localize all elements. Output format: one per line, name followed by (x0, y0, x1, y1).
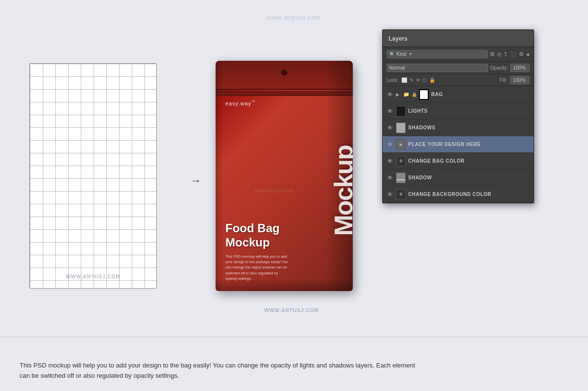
main-area: WWW.ANYUSJ.COM → easy.way™ www.anyusj.co… (15, 29, 573, 332)
lock-icons: ⬜ ✎ ✛ ⬡ 🔒 (401, 77, 435, 83)
bag-title-area: Food BagMockup This PSD mockup will help… (225, 221, 323, 281)
watermark-bag-bottom: WWW.ANYUSJ.COM (264, 308, 318, 313)
fill-value[interactable]: 100% (510, 76, 530, 84)
lock-position-icon[interactable]: ✛ (416, 77, 420, 83)
layer-expand-icon[interactable]: ▶ (396, 92, 401, 97)
bag-hole (281, 70, 287, 75)
grid-bag: WWW.ANYUSJ.COM (29, 63, 157, 289)
layer-thumbnail: 🖥 (396, 156, 406, 167)
layer-row[interactable]: 👁🖥CHANGE BACKGROUND COLOR (383, 186, 534, 203)
lock-draw-icon[interactable]: ✎ (410, 77, 414, 83)
layers-mode-row: Normal Opacity: 100% (383, 62, 534, 74)
bag-watermark: www.anyusj.com (225, 188, 323, 193)
layer-row[interactable]: 👁SHADOW (383, 170, 534, 186)
layer-visibility-icon[interactable]: 👁 (387, 91, 393, 98)
smart-icon[interactable]: ⚙ (519, 51, 524, 57)
layer-name-label: LIGHTS (408, 108, 530, 114)
layers-toolbar: 🔍 Kind ▼ ⊞ ◎ T ⬛ ⚙ ● (383, 47, 534, 62)
layers-header: Layers (383, 30, 534, 47)
layer-thumbnail (419, 89, 429, 100)
layer-name-label: CHANGE BAG COLOR (408, 158, 530, 164)
layers-panel: Layers 🔍 Kind ▼ ⊞ ◎ T ⬛ ⚙ ● Normal Opaci… (382, 29, 534, 203)
direction-arrow: → (191, 174, 201, 187)
adjustment-icon[interactable]: ◎ (497, 51, 502, 57)
layer-visibility-icon[interactable]: 👁 (387, 124, 393, 131)
mockup-vertical-text: Mockup (331, 146, 353, 236)
mockup-side-text: Mockup (330, 100, 353, 281)
watermark-top: www.anyusj.com (267, 14, 321, 21)
layer-thumbnail (396, 106, 406, 117)
layer-row[interactable]: 👁🖥CHANGE BAG COLOR (383, 153, 534, 170)
type-icon[interactable]: T (504, 51, 508, 57)
layer-lock-icon: 🔒 (412, 92, 416, 97)
layer-name-label: PLACE YOUR DESIGN HERE (408, 142, 530, 147)
watermark-grid-left: WWW.ANYUSJ.COM (66, 274, 120, 279)
lock-label: Lock: (387, 77, 398, 83)
layer-name-label: SHADOWS (408, 125, 530, 130)
layer-visibility-icon[interactable]: 👁 (387, 158, 393, 165)
description-text: This PSD mockup will help you to add you… (20, 361, 416, 381)
layer-thumbnail: ▦ (396, 139, 406, 150)
fill-label: Fill: (499, 77, 507, 83)
bag-description: This PSD mockup will help you to add you… (225, 254, 289, 281)
layers-lock-row: Lock: ⬜ ✎ ✛ ⬡ 🔒 Fill: 100% (383, 74, 534, 86)
layers-search[interactable]: 🔍 Kind ▼ (387, 50, 488, 58)
mockup-bag: easy.way™ www.anyusj.com Food BagMockup … (216, 61, 368, 301)
bag-content: easy.way™ www.anyusj.com Food BagMockup … (225, 100, 323, 281)
blend-mode-select[interactable]: Normal (387, 64, 488, 72)
design-template: WWW.ANYUSJ.COM (29, 63, 176, 298)
kind-dropdown-arrow: ▼ (409, 52, 413, 56)
arrow-container: → (176, 174, 216, 187)
layer-visibility-icon[interactable]: 👁 (387, 141, 393, 148)
layer-thumbnail (396, 172, 406, 183)
layers-title: Layers (389, 35, 408, 42)
toolbar-icons: ⊞ ◎ T ⬛ ⚙ ● (490, 51, 530, 57)
shape-icon[interactable]: ⬛ (510, 51, 516, 57)
layer-visibility-icon[interactable]: 👁 (387, 191, 393, 198)
separator-line (0, 337, 588, 337)
layers-list: 👁▶📁🔒BAG👁LIGHTS👁SHADOWS👁▦PLACE YOUR DESIG… (383, 86, 534, 203)
layer-thumbnail: 🖥 (396, 189, 406, 200)
lock-artboard-icon[interactable]: ⬡ (422, 77, 427, 83)
layer-visibility-icon[interactable]: 👁 (387, 174, 393, 181)
bag-title: Food BagMockup (225, 221, 323, 250)
layer-visibility-icon[interactable]: 👁 (387, 108, 393, 115)
kind-text: Kind (396, 51, 406, 57)
layer-name-label: CHANGE BACKGROUND COLOR (408, 192, 530, 197)
layer-row[interactable]: 👁▦PLACE YOUR DESIGN HERE (383, 136, 534, 153)
opacity-label: Opacity: (490, 65, 508, 71)
layer-name-label: SHADOW (408, 175, 530, 180)
grid-pattern (30, 64, 156, 288)
bag-brand: easy.way™ (225, 100, 323, 106)
bag-left-edge (216, 61, 223, 291)
layer-row[interactable]: 👁SHADOWS (383, 120, 534, 136)
layer-row[interactable]: 👁LIGHTS (383, 103, 534, 120)
effect-icon[interactable]: ● (526, 51, 530, 57)
lock-transparent-icon[interactable]: ⬜ (401, 77, 407, 83)
description-area: This PSD mockup will help you to add you… (20, 361, 416, 381)
layer-thumbnail (396, 122, 406, 133)
opacity-value[interactable]: 100% (510, 64, 530, 72)
pixel-filter-icon[interactable]: ⊞ (490, 51, 494, 57)
search-icon: 🔍 (390, 52, 395, 57)
lock-all-icon[interactable]: 🔒 (429, 77, 435, 83)
layer-name-label: BAG (431, 92, 530, 97)
layer-row[interactable]: 👁▶📁🔒BAG (383, 86, 534, 103)
bag-shape: easy.way™ www.anyusj.com Food BagMockup … (216, 61, 353, 291)
layer-group-icon: 📁 (403, 92, 409, 97)
